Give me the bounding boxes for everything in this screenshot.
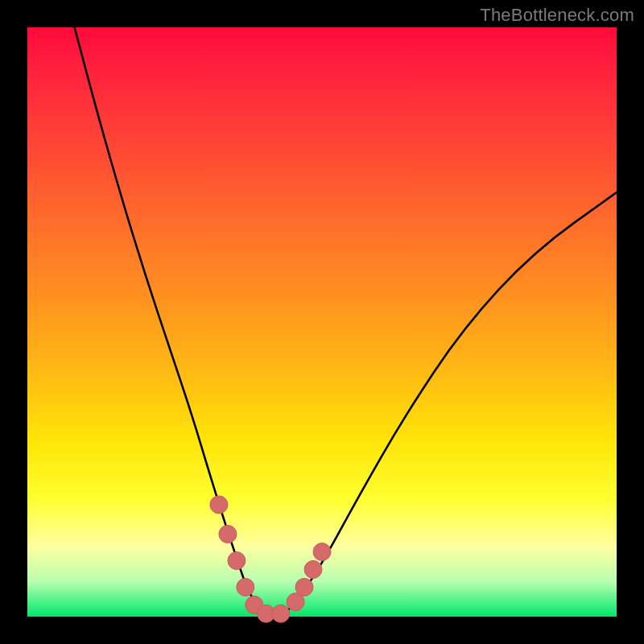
curve-layer bbox=[27, 27, 617, 617]
curve-marker bbox=[313, 543, 331, 561]
chart-frame: TheBottleneck.com bbox=[0, 0, 644, 644]
curve-marker bbox=[228, 552, 246, 570]
bottleneck-curve bbox=[75, 27, 617, 616]
curve-marker bbox=[237, 578, 254, 596]
curve-markers bbox=[210, 496, 331, 622]
curve-marker bbox=[304, 560, 322, 578]
plot-area bbox=[27, 27, 617, 617]
curve-marker bbox=[272, 605, 290, 622]
watermark-text: TheBottleneck.com bbox=[480, 5, 634, 26]
curve-marker bbox=[210, 496, 228, 514]
curve-marker bbox=[295, 578, 313, 596]
curve-marker bbox=[219, 526, 237, 543]
